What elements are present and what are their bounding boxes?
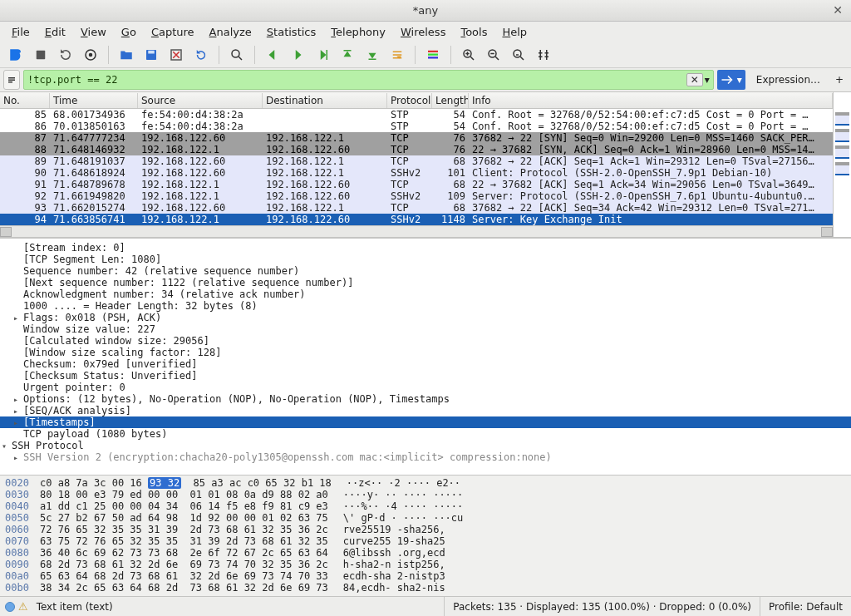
zoom-out-button[interactable] bbox=[483, 44, 504, 66]
tree-line[interactable]: [Calculated window size: 29056] bbox=[0, 335, 851, 347]
open-file-button[interactable] bbox=[116, 44, 137, 66]
column-header-info[interactable]: Info bbox=[469, 93, 833, 108]
packet-row[interactable]: 9071.648618924192.168.122.60192.168.122.… bbox=[0, 167, 833, 179]
scroll-left-icon[interactable] bbox=[0, 227, 12, 237]
filter-add-button[interactable]: + bbox=[831, 70, 848, 90]
column-header-proto[interactable]: Protocol bbox=[387, 93, 432, 108]
menu-help[interactable]: Help bbox=[495, 23, 534, 41]
menu-tools[interactable]: Tools bbox=[454, 23, 494, 41]
scroll-right-icon[interactable] bbox=[821, 227, 833, 237]
status-right[interactable]: Profile: Default bbox=[760, 597, 851, 616]
packet-row[interactable]: 9271.661949820192.168.122.1192.168.122.6… bbox=[0, 190, 833, 202]
column-header-dst[interactable]: Destination bbox=[263, 93, 387, 108]
go-forward-button[interactable] bbox=[287, 44, 308, 66]
hex-line[interactable]: 008036 40 6c 69 62 73 73 68 2e 6f 72 67 … bbox=[5, 547, 846, 559]
hex-line[interactable]: 0020c0 a8 7a 3c 00 16 93 32 85 a3 ac c0 … bbox=[5, 477, 846, 489]
expander-icon[interactable] bbox=[12, 312, 20, 324]
tree-line[interactable]: 1000 .... = Header Length: 32 bytes (8) bbox=[0, 300, 851, 312]
packet-row[interactable]: 9471.663856741192.168.122.1192.168.122.6… bbox=[0, 214, 833, 225]
column-header-src[interactable]: Source bbox=[138, 93, 263, 108]
expander-icon[interactable] bbox=[12, 393, 20, 406]
capture-options-button[interactable] bbox=[80, 44, 101, 66]
menu-file[interactable]: File bbox=[5, 23, 37, 41]
tree-line[interactable]: SSH Version 2 (encryption:chacha20-poly1… bbox=[0, 451, 851, 463]
column-header-len[interactable]: Length bbox=[432, 93, 469, 108]
packet-details-pane[interactable]: [Stream index: 0][TCP Segment Len: 1080]… bbox=[0, 238, 851, 475]
expander-icon[interactable] bbox=[12, 405, 20, 417]
expression-button[interactable]: Expression… bbox=[749, 70, 828, 90]
menu-telephony[interactable]: Telephony bbox=[324, 23, 392, 41]
filter-bookmark-button[interactable] bbox=[3, 70, 20, 90]
hex-line[interactable]: 003080 18 00 e3 79 ed 00 00 01 01 08 0a … bbox=[5, 489, 846, 500]
filter-apply-button[interactable]: ▾ bbox=[717, 70, 745, 90]
tree-line[interactable]: TCP payload (1080 bytes) bbox=[0, 428, 851, 440]
tree-line[interactable]: Options: (12 bytes), No-Operation (NOP),… bbox=[0, 393, 851, 405]
menu-view[interactable]: View bbox=[74, 23, 113, 41]
stop-capture-button[interactable] bbox=[30, 44, 52, 66]
colorize-button[interactable] bbox=[422, 44, 444, 66]
tree-line[interactable]: [Window size scaling factor: 128] bbox=[0, 347, 851, 358]
tree-line[interactable]: SSH Protocol bbox=[0, 440, 851, 451]
hex-line[interactable]: 0040a1 dd c1 25 00 00 04 34 06 14 f5 e8 … bbox=[5, 500, 846, 512]
column-header-time[interactable]: Time bbox=[50, 93, 138, 108]
tree-line[interactable]: [TCP Segment Len: 1080] bbox=[0, 254, 851, 265]
close-file-button[interactable] bbox=[165, 44, 187, 66]
start-capture-button[interactable] bbox=[5, 44, 27, 66]
menu-edit[interactable]: Edit bbox=[38, 23, 72, 41]
menu-go[interactable]: Go bbox=[115, 23, 143, 41]
packet-row[interactable]: 9171.648789678192.168.122.1192.168.122.6… bbox=[0, 179, 833, 190]
filter-clear-button[interactable]: ✕ bbox=[686, 73, 703, 86]
go-last-button[interactable] bbox=[362, 44, 383, 66]
packet-row[interactable]: 8670.013850163fe:54:00:d4:38:2aSTP54Conf… bbox=[0, 121, 833, 132]
display-filter-input[interactable] bbox=[27, 74, 685, 86]
packet-row[interactable]: 9371.662015274192.168.122.60192.168.122.… bbox=[0, 202, 833, 214]
packet-minimap[interactable] bbox=[833, 92, 851, 237]
go-back-button[interactable] bbox=[262, 44, 283, 66]
go-to-packet-button[interactable] bbox=[312, 44, 333, 66]
packet-row[interactable]: 8971.648191037192.168.122.60192.168.122.… bbox=[0, 155, 833, 167]
filter-dropdown-icon[interactable]: ▾ bbox=[705, 74, 710, 86]
restart-capture-button[interactable] bbox=[55, 44, 76, 66]
packet-list-scrollbar[interactable] bbox=[0, 225, 833, 237]
expander-icon[interactable] bbox=[12, 416, 20, 429]
auto-scroll-button[interactable] bbox=[386, 44, 408, 66]
menu-statistics[interactable]: Statistics bbox=[260, 23, 322, 41]
save-file-button[interactable] bbox=[140, 44, 162, 66]
window-close-button[interactable]: ✕ bbox=[831, 3, 844, 17]
menu-capture[interactable]: Capture bbox=[145, 23, 201, 41]
menu-wireless[interactable]: Wireless bbox=[394, 23, 452, 41]
zoom-reset-button[interactable] bbox=[508, 44, 529, 66]
tree-line[interactable]: [Timestamps] bbox=[0, 416, 851, 428]
tree-line[interactable]: [Checksum Status: Unverified] bbox=[0, 370, 851, 382]
hex-line[interactable]: 00505c 27 b2 67 50 ad 64 98 1d 92 00 00 … bbox=[5, 512, 846, 524]
packet-row[interactable]: 8871.648146932192.168.122.1192.168.122.6… bbox=[0, 144, 833, 155]
hex-line[interactable]: 009068 2d 73 68 61 32 2d 6e 69 73 74 70 … bbox=[5, 559, 846, 570]
hex-line[interactable]: 006072 76 65 32 35 35 31 39 2d 73 68 61 … bbox=[5, 524, 846, 535]
tree-line[interactable]: [Stream index: 0] bbox=[0, 242, 851, 254]
tree-line[interactable]: Urgent pointer: 0 bbox=[0, 382, 851, 393]
go-first-button[interactable] bbox=[337, 44, 358, 66]
menu-analyze[interactable]: Analyze bbox=[203, 23, 258, 41]
expert-info-led[interactable] bbox=[5, 602, 15, 612]
find-packet-button[interactable] bbox=[226, 44, 248, 66]
packet-bytes-pane[interactable]: 0020c0 a8 7a 3c 00 16 93 32 85 a3 ac c0 … bbox=[0, 475, 851, 596]
hex-line[interactable]: 00a065 63 64 68 2d 73 68 61 32 2d 6e 69 … bbox=[5, 570, 846, 582]
packet-row[interactable]: 8771.647777234192.168.122.60192.168.122.… bbox=[0, 132, 833, 144]
tree-line[interactable]: Checksum: 0x79ed [unverified] bbox=[0, 358, 851, 370]
expander-icon[interactable] bbox=[12, 451, 20, 464]
zoom-in-button[interactable] bbox=[458, 44, 480, 66]
reload-file-button[interactable] bbox=[190, 44, 212, 66]
packet-list-header[interactable]: No. Time Source Destination Protocol Len… bbox=[0, 92, 833, 109]
expander-icon[interactable] bbox=[0, 440, 8, 452]
packet-list-body[interactable]: 8568.001734936fe:54:00:d4:38:2aSTP54Conf… bbox=[0, 109, 833, 225]
tree-line[interactable]: Sequence number: 42 (relative sequence n… bbox=[0, 265, 851, 277]
column-header-no[interactable]: No. bbox=[0, 93, 50, 108]
hex-line[interactable]: 007063 75 72 76 65 32 35 35 31 39 2d 73 … bbox=[5, 535, 846, 547]
resize-columns-button[interactable] bbox=[533, 44, 554, 66]
tree-line[interactable]: [SEQ/ACK analysis] bbox=[0, 405, 851, 416]
hex-line[interactable]: 00b038 34 2c 65 63 64 68 2d 73 68 61 32 … bbox=[5, 582, 846, 594]
tree-line[interactable]: Flags: 0x018 (PSH, ACK) bbox=[0, 312, 851, 323]
packet-row[interactable]: 8568.001734936fe:54:00:d4:38:2aSTP54Conf… bbox=[0, 109, 833, 121]
tree-line[interactable]: Acknowledgment number: 34 (relative ack … bbox=[0, 288, 851, 300]
tree-line[interactable]: [Next sequence number: 1122 (relative se… bbox=[0, 277, 851, 288]
